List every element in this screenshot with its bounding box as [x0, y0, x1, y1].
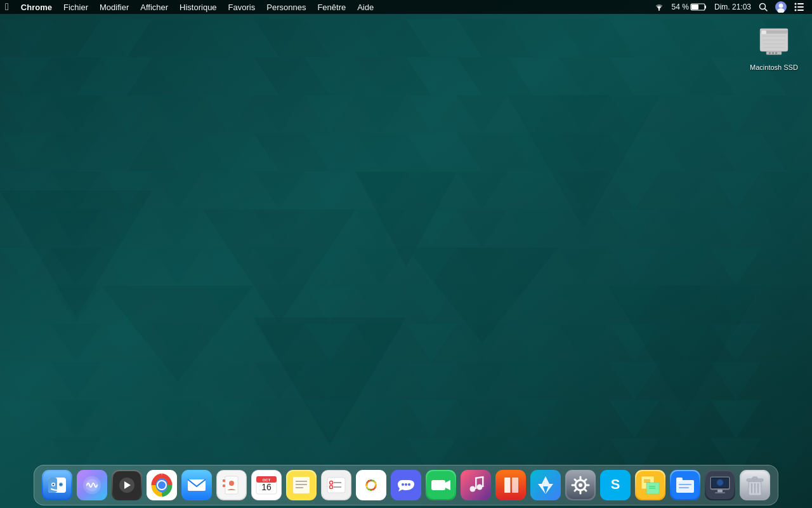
- control-center[interactable]: [792, 0, 807, 14]
- dock-item-finder[interactable]: [41, 469, 74, 502]
- appstore-icon: [530, 470, 561, 500]
- macintosh-ssd-label: Macintosh SSD: [750, 63, 798, 72]
- menu-favoris[interactable]: Favoris: [223, 0, 261, 14]
- menubar-left:  Chrome Fichier Modifier Afficher Histo…: [0, 0, 652, 14]
- dock-item-siri[interactable]: [75, 469, 108, 502]
- svg-point-336: [470, 486, 476, 492]
- dock: OCT 16: [34, 465, 778, 505]
- system-preferences-icon: [565, 470, 596, 500]
- menu-modifier[interactable]: Modifier: [94, 0, 134, 14]
- dock-item-display[interactable]: [704, 469, 737, 502]
- svg-point-377: [717, 479, 723, 486]
- menu-aide[interactable]: Aide: [351, 0, 379, 14]
- svg-point-257: [795, 6, 797, 8]
- svg-rect-296: [223, 485, 225, 487]
- macintosh-ssd-icon[interactable]: Macintosh SSD: [749, 22, 799, 72]
- datetime-display: Dim. 21:03: [712, 0, 754, 14]
- menu-fenetre[interactable]: Fenêtre: [311, 0, 351, 14]
- dock-item-discord[interactable]: [390, 469, 422, 502]
- list-icon: [794, 3, 804, 11]
- svg-point-329: [402, 483, 404, 486]
- apple-menu[interactable]: : [0, 0, 15, 14]
- menu-personnes[interactable]: Personnes: [261, 0, 311, 14]
- svg-point-297: [229, 481, 234, 486]
- svg-point-278: [53, 484, 55, 486]
- dock-item-notes[interactable]: [285, 469, 318, 502]
- svg-rect-342: [504, 478, 511, 493]
- dock-item-finder2[interactable]: [669, 469, 702, 502]
- svg-rect-339: [482, 477, 484, 487]
- dock-item-settings[interactable]: [564, 469, 597, 502]
- dock-item-chrome[interactable]: [145, 469, 178, 502]
- dock-item-books[interactable]: [494, 469, 527, 502]
- svg-point-330: [405, 483, 407, 486]
- dock-item-launchpad[interactable]: [110, 469, 143, 502]
- svg-point-280: [60, 484, 62, 486]
- trash-icon: [740, 470, 770, 500]
- svg-rect-260: [797, 6, 804, 8]
- svg-line-355: [584, 479, 586, 481]
- menu-afficher[interactable]: Afficher: [134, 0, 174, 14]
- battery-status[interactable]: 54 %: [669, 0, 709, 14]
- skype-icon: S: [600, 470, 631, 500]
- dock-item-trash[interactable]: [738, 469, 771, 502]
- svg-line-252: [765, 9, 768, 11]
- svg-rect-270: [769, 52, 771, 54]
- dock-item-facetime[interactable]: [424, 469, 457, 502]
- svg-point-327: [367, 481, 375, 489]
- display-icon: [705, 470, 735, 500]
- menu-historique[interactable]: Historique: [174, 0, 223, 14]
- svg-rect-381: [752, 477, 757, 479]
- svg-rect-272: [775, 52, 777, 54]
- svg-rect-370: [679, 487, 689, 488]
- dock-item-photos[interactable]: [355, 469, 388, 502]
- stickies-icon: [635, 470, 665, 500]
- dock-item-skype[interactable]: S: [599, 469, 632, 502]
- menubar:  Chrome Fichier Modifier Afficher Histo…: [0, 0, 812, 14]
- music-icon: [461, 470, 491, 500]
- dock-item-reminders[interactable]: [320, 469, 353, 502]
- dock-item-music[interactable]: [459, 469, 492, 502]
- svg-line-354: [584, 489, 586, 491]
- svg-rect-338: [475, 478, 477, 489]
- svg-rect-250: [691, 4, 698, 10]
- wifi-status[interactable]: [652, 0, 667, 14]
- macintosh-ssd-image: [755, 22, 793, 60]
- svg-point-337: [477, 485, 483, 490]
- chrome-icon: [147, 470, 177, 500]
- svg-point-348: [579, 483, 582, 487]
- svg-line-353: [575, 479, 577, 481]
- svg-point-254: [779, 4, 783, 8]
- svg-rect-259: [797, 3, 804, 4]
- app-menu-chrome[interactable]: Chrome: [15, 0, 58, 14]
- svg-text:16: 16: [261, 482, 272, 492]
- photos-icon: [356, 470, 386, 500]
- battery-icon: [690, 3, 707, 11]
- facetime-icon: [426, 470, 456, 500]
- user-avatar[interactable]: [773, 0, 789, 14]
- reminders-icon: [321, 470, 351, 500]
- dock-item-stickies[interactable]: [634, 469, 667, 502]
- discord-icon: [391, 470, 421, 500]
- svg-point-290: [158, 481, 166, 489]
- desktop-background: [0, 0, 812, 508]
- svg-rect-264: [760, 29, 788, 30]
- wifi-icon: [654, 3, 664, 11]
- svg-rect-374: [717, 490, 723, 492]
- contacts-icon: [216, 470, 247, 500]
- books-icon: [495, 470, 526, 500]
- finder-icon: [42, 470, 72, 500]
- svg-rect-304: [293, 477, 310, 493]
- dock-item-contacts[interactable]: [215, 469, 248, 502]
- dock-item-mail[interactable]: [180, 469, 213, 502]
- svg-rect-367: [676, 480, 694, 493]
- siri-icon: [77, 470, 107, 500]
- spotlight-search[interactable]: [756, 0, 770, 14]
- svg-rect-369: [679, 484, 691, 485]
- svg-rect-249: [705, 6, 706, 9]
- dock-item-appstore[interactable]: [529, 469, 562, 502]
- svg-rect-375: [715, 492, 725, 493]
- svg-rect-309: [327, 478, 345, 493]
- menu-fichier[interactable]: Fichier: [58, 0, 94, 14]
- dock-item-calendar[interactable]: OCT 16: [250, 469, 283, 502]
